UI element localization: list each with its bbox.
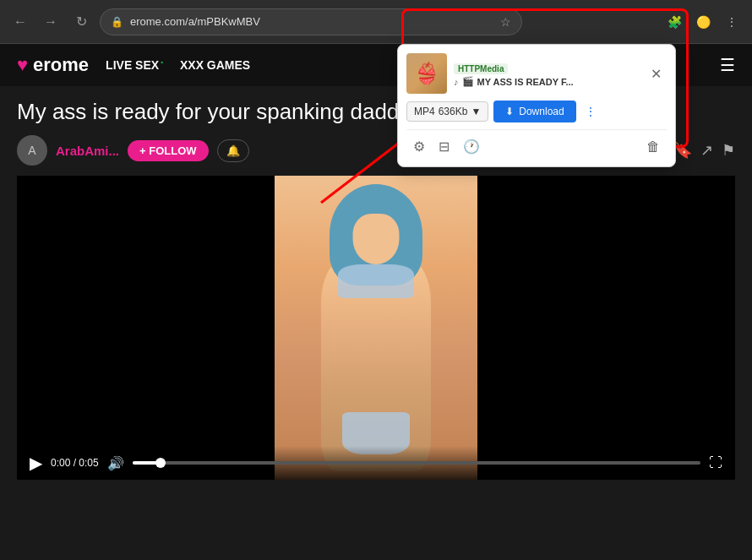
nav-live-sex[interactable]: LIVE SEX — [106, 58, 163, 72]
site-header-right: ☰ — [720, 55, 735, 75]
popup-info: HTTPMedia ♪ 🎬 MY ASS IS READY F... — [454, 60, 639, 87]
extensions-button[interactable]: 🧩 — [662, 10, 686, 34]
thumb-inner: 👙 — [406, 53, 447, 94]
popup-panel-button[interactable]: ⊟ — [432, 135, 456, 158]
time-display: 0:00 / 0:05 — [51, 457, 99, 469]
flag-button[interactable]: ⚑ — [722, 141, 735, 160]
share-button[interactable]: ↗ — [700, 141, 713, 160]
download-button[interactable]: ⬇ Download — [493, 101, 575, 122]
video-thumbnail — [275, 176, 477, 480]
dropdown-chevron: ▼ — [471, 106, 481, 117]
volume-button[interactable]: 🔊 — [107, 455, 124, 471]
size-label: 636Kb — [439, 106, 468, 117]
format-label: MP4 — [414, 106, 435, 117]
popup-controls: MP4 636Kb ▼ ⬇ Download ⋮ — [406, 101, 667, 122]
nav-xxx-games[interactable]: XXX GAMES — [180, 58, 250, 72]
profile-button[interactable]: 🟡 — [691, 10, 715, 34]
video-player[interactable]: ▶ 0:00 / 0:05 🔊 ⛶ — [17, 176, 735, 480]
popup-header: 👙 HTTPMedia ♪ 🎬 MY ASS IS READY F... ✕ — [406, 53, 667, 94]
avatar-initial: A — [28, 144, 35, 157]
username[interactable]: ArabAmi... — [56, 144, 119, 158]
lock-icon: 🔒 — [111, 16, 123, 28]
url-text: erome.com/a/mPBKwMBV — [130, 15, 260, 28]
bookmark-button[interactable]: 🔖 — [673, 141, 692, 160]
progress-bar[interactable] — [133, 461, 700, 465]
popup-close-button[interactable]: ✕ — [646, 64, 667, 84]
source-badge: HTTPMedia — [454, 63, 508, 74]
browser-menu-button[interactable]: ⋮ — [720, 10, 744, 34]
follow-button[interactable]: + FOLLOW — [128, 140, 209, 161]
reload-button[interactable]: ↻ — [69, 10, 93, 34]
film-icon: 🎬 — [462, 76, 474, 87]
popup-settings-button[interactable]: ⚙ — [406, 135, 432, 158]
browser-toolbar: ← → ↻ 🔒 erome.com/a/mPBKwMBV ☆ 🧩 🟡 ⋮ — [0, 0, 752, 44]
progress-thumb — [155, 458, 166, 468]
star-icon[interactable]: ☆ — [500, 15, 511, 29]
hamburger-menu-button[interactable]: ☰ — [720, 55, 735, 75]
avatar: A — [17, 135, 47, 166]
music-icon: ♪ — [454, 77, 459, 87]
popup-filename: MY ASS IS READY F... — [477, 77, 574, 87]
popup-thumbnail: 👙 — [406, 53, 447, 94]
download-label: Download — [519, 106, 564, 117]
video-controls: ▶ 0:00 / 0:05 🔊 ⛶ — [17, 446, 735, 480]
logo-text: erome — [33, 54, 89, 76]
download-popup: 👙 HTTPMedia ♪ 🎬 MY ASS IS READY F... ✕ M… — [397, 44, 676, 167]
format-select[interactable]: MP4 636Kb ▼ — [406, 101, 488, 122]
play-button[interactable]: ▶ — [30, 453, 42, 473]
logo-heart-icon: ♥ — [17, 54, 28, 76]
forward-button[interactable]: → — [39, 10, 63, 34]
popup-footer: ⚙ ⊟ 🕐 🗑 — [406, 129, 667, 158]
site-logo: ♥ erome — [17, 54, 89, 76]
fullscreen-button[interactable]: ⛶ — [709, 455, 722, 470]
address-bar[interactable]: 🔒 erome.com/a/mPBKwMBV ☆ — [100, 8, 522, 35]
download-more-button[interactable]: ⋮ — [581, 101, 600, 122]
bell-button[interactable]: 🔔 — [217, 139, 249, 162]
popup-clock-button[interactable]: 🕐 — [456, 135, 487, 158]
browser-action-buttons: 🧩 🟡 ⋮ — [662, 10, 744, 34]
download-icon: ⬇ — [505, 106, 514, 117]
site-nav: LIVE SEX XXX GAMES — [106, 58, 250, 72]
popup-icon-row: ♪ 🎬 MY ASS IS READY F... — [454, 76, 639, 87]
popup-trash-button[interactable]: 🗑 — [640, 135, 667, 158]
back-button[interactable]: ← — [8, 10, 32, 34]
